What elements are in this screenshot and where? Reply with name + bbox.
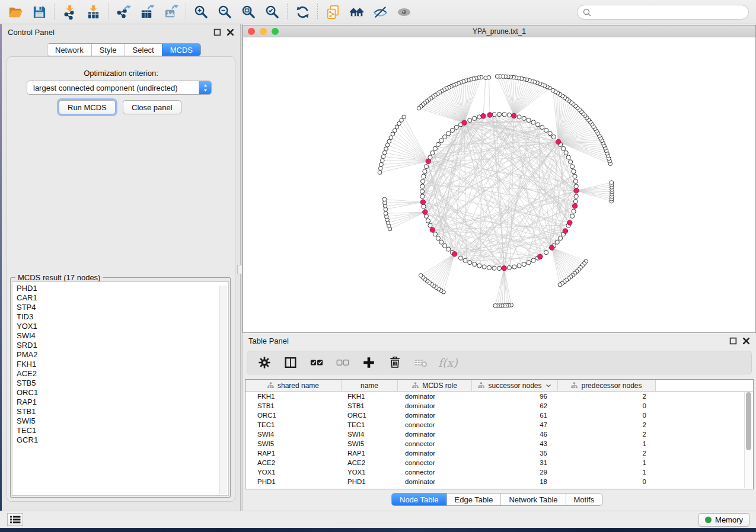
table-cell: 1: [558, 440, 656, 447]
zoom-fit-icon[interactable]: [237, 2, 260, 21]
mcds-result-node[interactable]: PMA2: [17, 350, 228, 360]
tab-network-table[interactable]: Network Table: [500, 493, 565, 505]
sort-desc-icon: [546, 383, 551, 388]
control-panel-titlebar: Control Panel: [2, 24, 240, 40]
tab-style[interactable]: Style: [91, 44, 125, 56]
column-header-name[interactable]: name: [342, 380, 398, 391]
table-row[interactable]: YOX1YOX1connector291: [245, 467, 753, 477]
tab-mcds[interactable]: MCDS: [162, 44, 200, 56]
float-window-icon[interactable]: [729, 337, 737, 345]
toolbar-separator: [287, 4, 288, 20]
memory-status-icon: [705, 517, 712, 523]
splitter-handle[interactable]: [237, 265, 243, 274]
column-header-MCDS-role[interactable]: MCDS role: [398, 380, 472, 391]
toolbar-buttons: [4, 2, 416, 21]
zoom-in-icon[interactable]: [189, 2, 213, 21]
add-column-icon[interactable]: [360, 354, 378, 371]
table-cell: 35: [472, 450, 558, 457]
mcds-result-node[interactable]: SRD1: [17, 341, 228, 350]
show-graphics-icon[interactable]: [392, 2, 416, 21]
table-row[interactable]: TEC1TEC1connector472: [245, 420, 753, 430]
mcds-result-node[interactable]: ACE2: [17, 369, 228, 379]
export-image-icon[interactable]: [159, 2, 183, 21]
criterion-dropdown[interactable]: largest connected component (undirected): [27, 81, 212, 95]
tab-motifs[interactable]: Motifs: [566, 493, 602, 505]
column-header-successor-nodes[interactable]: successor nodes: [472, 380, 558, 391]
neighbors-icon[interactable]: [344, 2, 368, 21]
tab-node-table[interactable]: Node Table: [392, 493, 446, 505]
tab-edge-table[interactable]: Edge Table: [446, 493, 501, 505]
window-maximize-traffic-icon[interactable]: [272, 28, 279, 35]
table-cell: 2: [558, 421, 656, 428]
export-table-icon[interactable]: [135, 2, 159, 21]
open-file-icon[interactable]: [4, 2, 27, 21]
mcds-result-node[interactable]: SWI5: [17, 416, 228, 426]
mcds-result-node[interactable]: TID3: [17, 312, 228, 322]
result-list-scrollbar[interactable]: [219, 286, 227, 494]
table-row[interactable]: FKH1FKH1dominator962: [245, 392, 753, 401]
optimization-criterion-label: Optimization criterion:: [7, 69, 235, 78]
tab-select[interactable]: Select: [125, 44, 162, 56]
zoom-selected-icon[interactable]: [260, 2, 284, 21]
table-cell: PHD1: [245, 478, 342, 485]
column-header-predecessor-nodes[interactable]: predecessor nodes: [558, 380, 656, 391]
memory-button[interactable]: Memory: [698, 513, 749, 527]
import-network-icon[interactable]: [58, 2, 81, 21]
table-cell: ACE2: [342, 459, 398, 466]
mcds-result-node[interactable]: CAR1: [17, 293, 228, 303]
mcds-result-node[interactable]: RAP1: [17, 398, 228, 407]
table-row[interactable]: SWI5SWI5connector431: [245, 439, 753, 448]
table-cell: 1: [558, 469, 656, 476]
close-icon[interactable]: [742, 337, 750, 345]
table-row[interactable]: PHD1PHD1dominator180: [245, 477, 753, 486]
show-column-icon[interactable]: [282, 354, 299, 371]
window-close-traffic-icon[interactable]: [248, 28, 255, 35]
delete-row-trash-icon[interactable]: [386, 354, 404, 371]
refresh-icon[interactable]: [291, 2, 314, 21]
run-mcds-button[interactable]: Run MCDS: [59, 100, 116, 114]
mcds-result-node[interactable]: PHD1: [17, 284, 228, 293]
table-row[interactable]: STB1STB1dominator620: [245, 401, 753, 411]
table-row[interactable]: RAP1RAP1dominator352: [245, 448, 753, 458]
table-cell: 62: [472, 402, 558, 409]
mcds-result-node[interactable]: ORC1: [17, 388, 228, 398]
table-scrollbar-thumb[interactable]: [746, 392, 751, 450]
select-all-columns-icon[interactable]: [308, 354, 326, 371]
clone-network-icon[interactable]: [321, 2, 344, 21]
table-row[interactable]: ORC1ORC1dominator610: [245, 411, 753, 420]
network-graph-canvas[interactable]: [243, 37, 755, 332]
hide-graphics-icon[interactable]: [368, 2, 392, 21]
export-network-icon[interactable]: [111, 2, 135, 21]
table-cell: connector: [398, 459, 472, 466]
close-icon[interactable]: [227, 28, 234, 36]
mcds-result-node[interactable]: STP4: [17, 303, 228, 312]
network-window: YPA_prune.txt_1: [243, 25, 756, 333]
tab-network[interactable]: Network: [47, 44, 91, 56]
mcds-result-node[interactable]: SWI4: [17, 331, 228, 341]
float-window-icon[interactable]: [213, 28, 221, 36]
import-table-icon[interactable]: [81, 2, 105, 21]
table-settings-gear-icon[interactable]: [256, 354, 273, 371]
save-session-icon[interactable]: [27, 2, 51, 21]
table-row[interactable]: ACE2ACE2connector311: [245, 458, 753, 467]
table-row[interactable]: SWI4SWI4dominator462: [245, 430, 753, 439]
mcds-result-node[interactable]: GCR1: [17, 435, 228, 445]
table-cell: ORC1: [245, 412, 342, 419]
table-scrollbar[interactable]: [744, 392, 752, 488]
mcds-result-node[interactable]: STB1: [17, 407, 228, 416]
hierarchy-icon: [571, 382, 578, 389]
zoom-out-icon[interactable]: [213, 2, 237, 21]
table-cell: 61: [472, 412, 558, 419]
mcds-result-node[interactable]: YOX1: [17, 322, 228, 331]
close-panel-button[interactable]: Close panel: [123, 100, 181, 114]
control-panel: Control Panel NetworkStyleSelectMCDS Opt…: [2, 24, 240, 511]
unselect-all-columns-icon[interactable]: [334, 354, 352, 371]
search-input[interactable]: [592, 7, 748, 18]
network-titlebar[interactable]: YPA_prune.txt_1: [243, 25, 755, 37]
mcds-result-node[interactable]: TEC1: [17, 426, 228, 435]
mcds-result-node[interactable]: STB5: [17, 379, 228, 388]
column-header-shared-name[interactable]: shared name: [245, 380, 342, 391]
window-minimize-traffic-icon[interactable]: [260, 28, 267, 35]
task-history-list-icon[interactable]: [7, 513, 23, 526]
mcds-result-node[interactable]: FKH1: [17, 360, 228, 369]
